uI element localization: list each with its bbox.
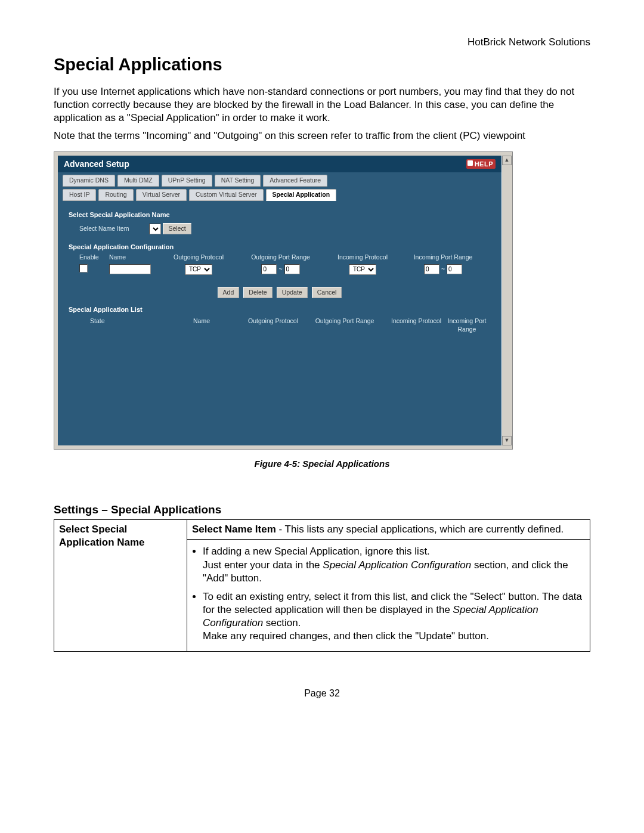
tab-special-application[interactable]: Special Application: [266, 189, 336, 201]
list-head-outrange: Outgoing Port Range: [300, 317, 389, 333]
tab-host-ip[interactable]: Host IP: [63, 189, 96, 201]
cancel-button[interactable]: Cancel: [312, 287, 342, 298]
router-panel: Advanced Setup HELP Dynamic DNS Multi DM…: [58, 156, 501, 445]
settings-table: Select Special Application Name Select N…: [54, 519, 590, 652]
select-name-dropdown[interactable]: [149, 224, 161, 234]
enable-checkbox[interactable]: [79, 264, 88, 272]
tab-routing[interactable]: Routing: [98, 189, 133, 201]
tab-row-2: Host IP Routing Virtual Server Custom Vi…: [58, 187, 501, 201]
add-button[interactable]: Add: [218, 287, 240, 298]
select-name-label: Select Name Item: [79, 225, 129, 233]
tab-advanced-feature[interactable]: Advanced Feature: [263, 175, 327, 187]
tab-upnp-setting[interactable]: UPnP Setting: [162, 175, 212, 187]
section-list: Special Application List: [69, 305, 491, 314]
col-head-name: Name: [109, 253, 163, 262]
intro-paragraph-2: Note that the terms "Incoming" and "Outg…: [54, 129, 590, 143]
table-cell-label: Select Special Application Name: [54, 520, 187, 652]
name-input[interactable]: [109, 264, 151, 274]
col-head-inproto: Incoming Protocol: [327, 253, 398, 262]
panel-body: Select Special Application Name Select N…: [58, 201, 501, 339]
scroll-up-icon[interactable]: ▲: [502, 156, 512, 165]
settings-subtitle: Settings – Special Applications: [54, 503, 590, 518]
scroll-down-icon[interactable]: ▼: [502, 436, 512, 445]
col-head-inrange: Incoming Port Range: [398, 253, 488, 262]
tab-virtual-server[interactable]: Virtual Server: [136, 189, 187, 201]
figure-caption: Figure 4-5: Special Applications: [54, 458, 590, 470]
brand-header: HotBrick Network Solutions: [54, 36, 590, 49]
col-head-enable: Enable: [79, 253, 109, 262]
scrollbar[interactable]: ▲ ▼: [501, 156, 512, 445]
update-button[interactable]: Update: [277, 287, 308, 298]
select-button[interactable]: Select: [163, 223, 191, 234]
col-head-outrange: Outgoing Port Range: [234, 253, 327, 262]
section-config: Special Application Configuration: [69, 243, 491, 251]
table-row: Select Special Application Name Select N…: [54, 520, 590, 540]
router-screenshot: Advanced Setup HELP Dynamic DNS Multi DM…: [54, 151, 513, 450]
list-head-inrange: Incoming Port Range: [443, 317, 491, 333]
incoming-port-from[interactable]: [424, 264, 439, 274]
panel-header: Advanced Setup HELP: [58, 156, 501, 172]
help-button[interactable]: HELP: [466, 159, 496, 169]
tab-dynamic-dns[interactable]: Dynamic DNS: [63, 175, 115, 187]
tab-multi-dmz[interactable]: Multi DMZ: [117, 175, 159, 187]
outgoing-port-from[interactable]: [261, 264, 277, 274]
page-title: Special Applications: [54, 54, 590, 76]
incoming-port-to[interactable]: [447, 264, 462, 274]
tab-custom-virtual-server[interactable]: Custom Virtual Server: [189, 189, 264, 201]
table-cell-desc: Select Name Item - This lists any specia…: [187, 520, 590, 540]
list-head-state: State: [79, 317, 157, 333]
section-select-name: Select Special Application Name: [69, 210, 491, 219]
panel-title: Advanced Setup: [64, 159, 129, 169]
delete-button[interactable]: Delete: [243, 287, 272, 298]
intro-paragraph-1: If you use Internet applications which h…: [54, 85, 590, 125]
tab-nat-setting[interactable]: NAT Setting: [215, 175, 261, 187]
list-head-outproto: Outgoing Protocol: [246, 317, 300, 333]
col-head-outproto: Outgoing Protocol: [163, 253, 234, 262]
list-head-inproto: Incoming Protocol: [389, 317, 443, 333]
list-item: To edit an existing entry, select it fro…: [203, 590, 585, 643]
list-head-name: Name: [157, 317, 246, 333]
table-cell-bullets: If adding a new Special Application, ign…: [187, 540, 590, 652]
list-item: If adding a new Special Application, ign…: [203, 545, 585, 584]
outgoing-port-to[interactable]: [284, 264, 300, 274]
page-number: Page 32: [54, 688, 590, 700]
incoming-protocol-select[interactable]: TCP: [349, 264, 376, 275]
button-row: Add Delete Update Cancel: [69, 275, 491, 301]
outgoing-protocol-select[interactable]: TCP: [185, 264, 212, 275]
tab-row-1: Dynamic DNS Multi DMZ UPnP Setting NAT S…: [58, 172, 501, 187]
